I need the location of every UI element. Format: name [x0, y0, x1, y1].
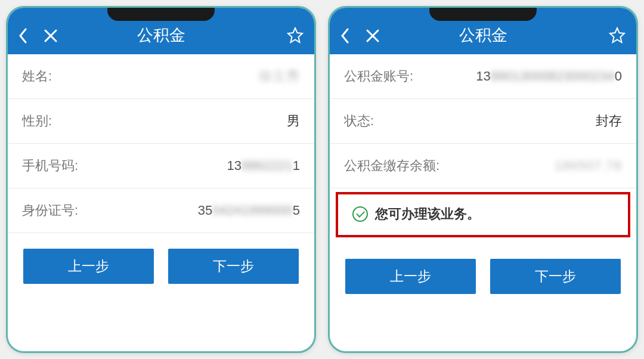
phone-prefix: 13	[227, 158, 242, 174]
form-content: 姓名: 徐立秀 性别: 男 手机号码: 1388622211 身份证号: 350…	[8, 54, 314, 233]
star-icon[interactable]	[287, 35, 304, 45]
next-button[interactable]: 下一步	[168, 249, 299, 284]
phone-value: 1388622211	[227, 158, 300, 174]
status-value: 封存	[596, 112, 622, 130]
phone-label: 手机号码:	[22, 157, 78, 175]
id-mid: 04241999000	[212, 203, 293, 218]
gender-label: 性别:	[22, 112, 52, 130]
row-name: 姓名: 徐立秀	[8, 54, 314, 99]
gender-value: 男	[287, 112, 300, 130]
account-value: 13890130008230002340	[476, 69, 622, 84]
name-label: 姓名:	[22, 67, 52, 85]
check-circle-icon	[352, 206, 368, 222]
balance-label: 公积金缴存余额:	[344, 157, 439, 175]
row-account: 公积金账号: 13890130008230002340	[330, 54, 636, 99]
account-label: 公积金账号:	[344, 67, 413, 85]
app-header: 公积金	[8, 8, 314, 54]
name-value: 徐立秀	[259, 67, 300, 85]
back-icon[interactable]	[340, 28, 349, 46]
id-prefix: 35	[198, 203, 212, 218]
close-icon[interactable]	[366, 29, 380, 45]
phone-screen-right: 公积金 公积金账号: 13890130008230002340 状态: 封存 公…	[328, 6, 638, 353]
page-title: 公积金	[459, 24, 507, 46]
id-value: 35042419990005	[198, 203, 300, 218]
balance-value: 186507.78	[555, 158, 622, 174]
row-balance: 公积金缴存余额: 186507.78	[330, 144, 636, 188]
back-icon[interactable]	[18, 28, 27, 46]
star-icon[interactable]	[609, 35, 626, 45]
row-phone: 手机号码: 1388622211	[8, 144, 314, 188]
highlight-annotation: 您可办理该业务。	[336, 192, 630, 237]
close-icon[interactable]	[44, 29, 58, 45]
button-row: 上一步 下一步	[330, 243, 636, 310]
account-prefix: 13	[476, 69, 490, 84]
page-title: 公积金	[137, 24, 185, 46]
row-id: 身份证号: 35042419990005	[8, 188, 314, 233]
account-mid: 89013000823000234	[491, 69, 615, 84]
phone-mid: 8862221	[242, 158, 293, 174]
account-suffix: 0	[615, 69, 622, 84]
notice-text: 您可办理该业务。	[375, 205, 480, 223]
prev-button[interactable]: 上一步	[345, 259, 476, 294]
status-label: 状态:	[344, 112, 374, 130]
id-suffix: 5	[293, 203, 300, 218]
phone-screen-left: 公积金 姓名: 徐立秀 性别: 男 手机号码: 1388622211 身份证号:…	[6, 6, 316, 353]
id-label: 身份证号:	[22, 202, 78, 219]
prev-button[interactable]: 上一步	[23, 249, 154, 284]
next-button[interactable]: 下一步	[490, 259, 621, 294]
row-gender: 性别: 男	[8, 99, 314, 144]
app-header: 公积金	[330, 8, 636, 54]
row-status: 状态: 封存	[330, 99, 636, 144]
phone-suffix: 1	[293, 158, 300, 174]
button-row: 上一步 下一步	[8, 233, 314, 299]
form-content: 公积金账号: 13890130008230002340 状态: 封存 公积金缴存…	[330, 54, 636, 237]
notice-row: 您可办理该业务。	[338, 194, 628, 235]
